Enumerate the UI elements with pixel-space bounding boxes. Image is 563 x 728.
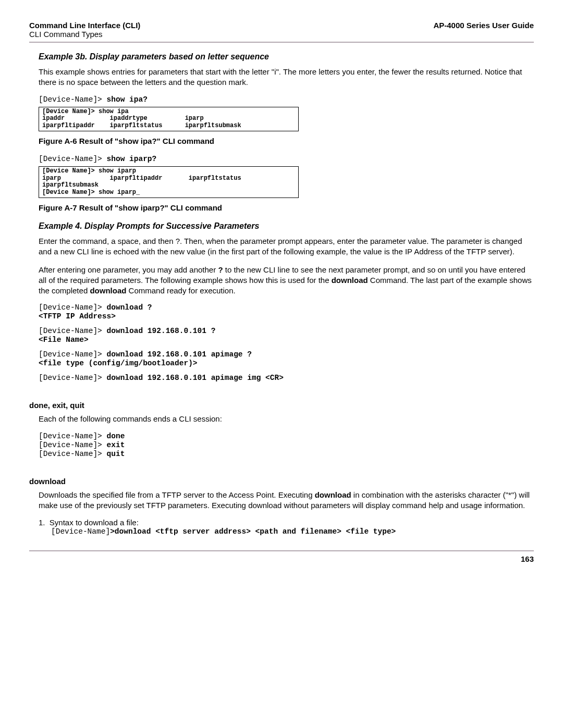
cli-download-1: [Device-Name]> download ? xyxy=(39,303,534,312)
figure-a7-caption: Figure A-7 Result of "show iparp?" CLI c… xyxy=(39,203,534,212)
done-intro: Each of the following commands ends a CL… xyxy=(39,414,534,424)
download-heading: download xyxy=(29,477,534,486)
cli-done: [Device-Name]> done xyxy=(39,432,534,440)
cli-exit: [Device-Name]> exit xyxy=(39,441,534,449)
cli-download-3: [Device-Name]> download 192.168.0.101 ap… xyxy=(39,350,534,359)
cli-show-ipa: [Device-Name]> show ipa? xyxy=(39,95,534,104)
cli-output-box-1: [Device Name]> show ipa ipaddr ipaddrtyp… xyxy=(39,107,299,131)
example-3b-para: This example shows entries for parameter… xyxy=(39,67,534,88)
figure-a6-caption: Figure A-6 Result of "show ipa?" CLI com… xyxy=(39,137,534,145)
download-para: Downloads the specified file from a TFTP… xyxy=(39,490,534,511)
cli-show-iparp: [Device-Name]> show iparp? xyxy=(39,155,534,163)
header-left-sub: CLI Command Types xyxy=(29,30,534,39)
example-4-title: Example 4. Display Prompts for Successiv… xyxy=(39,221,534,231)
cli-download-4: [Device-Name]> download 192.168.0.101 ap… xyxy=(39,374,534,382)
cli-output-filename: <File Name> xyxy=(39,336,534,344)
cli-download-syntax: [Device-Name]>download <tftp server addr… xyxy=(51,527,534,536)
download-list-item-1: 1. Syntax to download a file: xyxy=(39,518,534,527)
cli-output-tftp: <TFTP IP Address> xyxy=(39,312,534,320)
cli-output-box-2: [Device Name]> show iparp iparp iparpflt… xyxy=(39,166,299,198)
cli-download-2: [Device-Name]> download 192.168.0.101 ? xyxy=(39,327,534,335)
header-left-title: Command Line Interface (CLI) xyxy=(29,21,140,30)
example-4-para2: After entering one parameter, you may ad… xyxy=(39,265,534,297)
cli-output-filetype: <file type (config/img/bootloader)> xyxy=(39,359,534,367)
header-right-title: AP-4000 Series User Guide xyxy=(433,21,534,30)
page-number: 163 xyxy=(29,554,534,563)
example-3b-title: Example 3b. Display parameters based on … xyxy=(39,52,534,61)
cli-quit: [Device-Name]> quit xyxy=(39,450,534,458)
footer-divider xyxy=(29,550,534,551)
header-divider xyxy=(29,42,534,43)
example-4-para1: Enter the command, a space, and then ?. … xyxy=(39,236,534,257)
done-heading: done, exit, quit xyxy=(29,401,534,410)
